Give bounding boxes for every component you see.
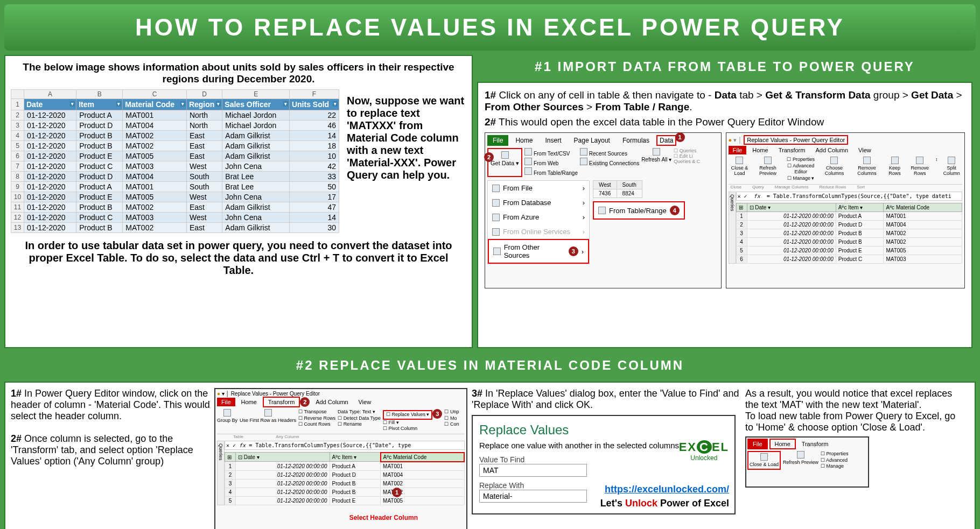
convert-note: In order to use tabular data set in powe… — [11, 239, 466, 277]
pq-tab-home[interactable]: Home — [769, 439, 796, 449]
value-to-find-input[interactable]: MAT — [479, 464, 587, 477]
intro-panel: The below image shows information about … — [4, 55, 473, 348]
s2-text-a: 1# In Power Query Editor window, click o… — [11, 388, 210, 529]
replace-with-input[interactable]: Material- — [479, 490, 587, 503]
from-table-range[interactable]: From Table/Range4 — [593, 201, 685, 220]
intro-text: The below image shows information about … — [11, 61, 466, 85]
get-data-icon — [501, 151, 509, 159]
pq-tab-transform[interactable]: Transform — [263, 397, 300, 407]
site-link[interactable]: https://excelunlocked.com/ — [605, 484, 729, 495]
pq-tab-file[interactable]: File — [729, 146, 747, 154]
close-load-screenshot: File Home Transform Close & Load Refresh… — [745, 436, 869, 488]
section2-header: #2 REPLACE VALUES IN MATERIAL CODE COLUM… — [4, 352, 976, 378]
excel-ribbon-screenshot: File Home Insert Page Layout Formulas Da… — [485, 132, 722, 288]
from-other-sources[interactable]: From Other Sources3› — [488, 239, 589, 264]
sample-data-table: ABCDEF 1 Date▾ Item▾ Material Code▾ Regi… — [11, 89, 339, 233]
replace-values-dialog: Replace Values Replace one value with an… — [472, 415, 736, 514]
get-data-button[interactable]: 2 Get Data ▾ — [487, 148, 522, 177]
s2-text-c: 3# In 'Replace Values' dialog box, enter… — [472, 388, 741, 529]
pq-transform-screenshot: ● ▾ │ Replace Values - Power Query Edito… — [214, 388, 467, 529]
replace-values-button[interactable]: ☐ Replace Values ▾ — [383, 410, 432, 420]
tab-file[interactable]: File — [487, 135, 508, 146]
power-query-screenshot: ● ▾ │ Replace Values - Power Query Edito… — [726, 132, 965, 288]
page-title: HOW TO REPLACE VALUES IN EXCEL POWER QUE… — [4, 4, 976, 51]
s2-text-d: As a result, you would notice that excel… — [745, 388, 966, 529]
excel-unlocked-logo: EXCEL Unlocked — [679, 440, 729, 462]
tab-data[interactable]: Data — [656, 135, 676, 146]
section1-header: #1 IMPORT DATA FROM TABLE TO POWER QUERY — [477, 55, 972, 79]
step1-text: 1# Click on any of cell in table & then … — [485, 89, 965, 113]
step2-text: 2# This would open the excel data table … — [485, 116, 965, 128]
close-load-button[interactable]: Close & Load — [747, 451, 781, 470]
side-note: Now, suppose we want to replace text 'MA… — [347, 89, 465, 233]
